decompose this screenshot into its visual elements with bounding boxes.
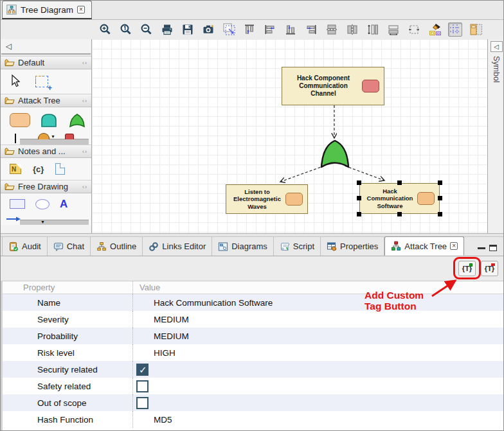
zoom-original-icon[interactable] [119, 22, 133, 37]
tab-close-icon[interactable]: × [450, 242, 458, 250]
selection-tool-icon[interactable] [10, 75, 21, 89]
tab-attack-tree-active[interactable]: Attack Tree × [384, 236, 464, 256]
tab-outline[interactable]: Outline [91, 237, 143, 256]
palette-scrollbar[interactable] [20, 139, 89, 145]
and-gate-icon[interactable] [39, 112, 59, 128]
symbol-panel-label[interactable]: Symbol [492, 56, 501, 83]
tab-properties[interactable]: Properties [321, 237, 384, 256]
print-icon[interactable] [160, 22, 174, 37]
palette-group-attack-tree[interactable]: Attack Tree ‹› [1, 94, 91, 107]
palette-group-free-drawing[interactable]: Free Drawing ‹› [1, 180, 91, 193]
tab-chat[interactable]: Chat [48, 237, 91, 256]
table-row-probability[interactable]: Probability MEDIUM [3, 328, 504, 344]
selection-handle[interactable] [438, 196, 442, 200]
drawer-pin-icon[interactable]: ‹› [82, 148, 87, 155]
zoom-in-icon[interactable] [98, 22, 113, 37]
row-checkbox[interactable] [136, 364, 148, 376]
minimize-icon[interactable] [478, 247, 485, 249]
align-left-icon[interactable] [263, 22, 277, 37]
column-header-property[interactable]: Property [3, 283, 132, 292]
screenshot-icon[interactable] [201, 22, 215, 37]
add-custom-tag-button[interactable]: {T} [458, 261, 476, 276]
node-badge[interactable] [362, 80, 379, 92]
note-tool-icon[interactable]: N [10, 164, 21, 174]
format-painter-icon[interactable] [428, 22, 442, 37]
diagram-canvas[interactable]: Hack Component Communication Channel Lis… [92, 39, 487, 233]
tab-audit[interactable]: Audit [2, 237, 48, 256]
polyline-tool-icon[interactable] [6, 216, 21, 222]
selection-handle[interactable] [438, 180, 442, 185]
palette-collapse-button[interactable]: ◁ [1, 39, 91, 53]
text-tool-icon[interactable]: A [60, 198, 68, 209]
rectangle-tool-icon[interactable] [10, 199, 25, 209]
snap-to-grid-icon[interactable] [448, 22, 462, 37]
document-tool-icon[interactable] [55, 163, 65, 175]
or-gate-node[interactable] [321, 141, 348, 167]
table-row-safety-related[interactable]: Safety related [3, 378, 504, 394]
scroll-indicator-icon[interactable]: ▼ [51, 134, 55, 139]
tab-diagrams[interactable]: Diagrams [212, 237, 274, 256]
match-height-icon[interactable] [366, 22, 380, 37]
scroll-indicator-icon[interactable]: ▼ [40, 220, 45, 224]
attack-node-left-child[interactable]: Listen to Electromagnetic Waves [226, 184, 308, 214]
edge-gate-to-right-child[interactable] [345, 166, 384, 180]
editor-tab-close-icon[interactable]: × [77, 6, 85, 13]
auto-resize-icon[interactable] [407, 22, 421, 37]
selection-handle[interactable] [397, 212, 402, 216]
match-width-icon[interactable] [386, 22, 401, 37]
marquee-tool-icon[interactable] [35, 76, 48, 87]
table-row-security-related[interactable]: Security related [3, 361, 504, 378]
drawer-pin-icon[interactable]: ‹› [82, 98, 87, 104]
attack-node-right-child-selected[interactable]: Hack Communication Software [359, 183, 440, 214]
line-tool-icon[interactable] [15, 134, 16, 143]
selection-handle[interactable] [397, 180, 402, 185]
drawer-pin-icon[interactable]: ‹› [82, 184, 87, 190]
row-checkbox[interactable] [136, 397, 148, 409]
circle-tool-icon[interactable] [38, 133, 50, 139]
save-icon[interactable] [181, 22, 195, 37]
selection-handle[interactable] [357, 180, 361, 185]
palette-scrollbar[interactable] [20, 220, 89, 225]
align-right-icon[interactable] [304, 22, 318, 37]
row-value[interactable]: MEDIUM [154, 315, 189, 324]
tab-script[interactable]: Script [274, 237, 321, 256]
palette-group-notes[interactable]: Notes and ... ‹› [1, 145, 91, 158]
node-badge[interactable] [285, 193, 303, 206]
drawer-pin-icon[interactable]: ‹› [82, 60, 87, 66]
stamp-tool-icon[interactable] [65, 134, 74, 139]
zoom-out-icon[interactable] [140, 22, 154, 37]
remove-tag-button[interactable]: {T} [481, 261, 498, 276]
or-gate-icon[interactable] [68, 112, 87, 128]
selection-handle[interactable] [438, 212, 442, 216]
align-top-icon[interactable] [242, 22, 256, 37]
edge-gate-to-left-child[interactable] [280, 166, 325, 182]
tab-links-editor[interactable]: Links Editor [143, 237, 212, 256]
row-checkbox[interactable] [136, 380, 148, 392]
center-horizontal-icon[interactable] [325, 22, 339, 37]
table-row-risk-level[interactable]: Risk level HIGH [3, 344, 504, 361]
selection-handle[interactable] [357, 212, 361, 216]
center-vertical-icon[interactable] [345, 22, 359, 37]
row-value[interactable]: MEDIUM [154, 331, 189, 341]
ellipse-tool-icon[interactable] [35, 199, 50, 209]
expand-symbol-panel-button[interactable]: ◁ [491, 41, 503, 52]
attack-node-root[interactable]: Hack Component Communication Channel [282, 67, 384, 105]
align-bottom-icon[interactable] [284, 22, 298, 37]
palette-group-default[interactable]: Default ‹› [1, 56, 91, 69]
table-row-hash-function[interactable]: Hash Function MD5 [3, 411, 504, 428]
show-palette-icon[interactable] [469, 22, 483, 37]
table-row-severity[interactable]: Severity MEDIUM [3, 311, 504, 328]
maximize-icon[interactable] [489, 245, 497, 251]
row-value[interactable]: MD5 [154, 415, 172, 425]
marquee-zoom-icon[interactable] [222, 22, 236, 37]
node-shape-icon[interactable] [10, 113, 30, 127]
column-header-value[interactable]: Value [132, 281, 504, 294]
table-row-name[interactable]: Name Hack Communication Software [3, 294, 504, 311]
row-value[interactable]: Hack Communication Software [154, 298, 273, 308]
node-badge[interactable] [417, 192, 435, 205]
table-row-out-of-scope[interactable]: Out of scope [3, 394, 504, 411]
selection-handle[interactable] [357, 196, 361, 200]
row-value[interactable]: HIGH [154, 348, 176, 358]
editor-tab-tree-diagram[interactable]: Tree Diagram × [2, 1, 92, 19]
constraint-tool-icon[interactable]: {c} [33, 164, 44, 174]
